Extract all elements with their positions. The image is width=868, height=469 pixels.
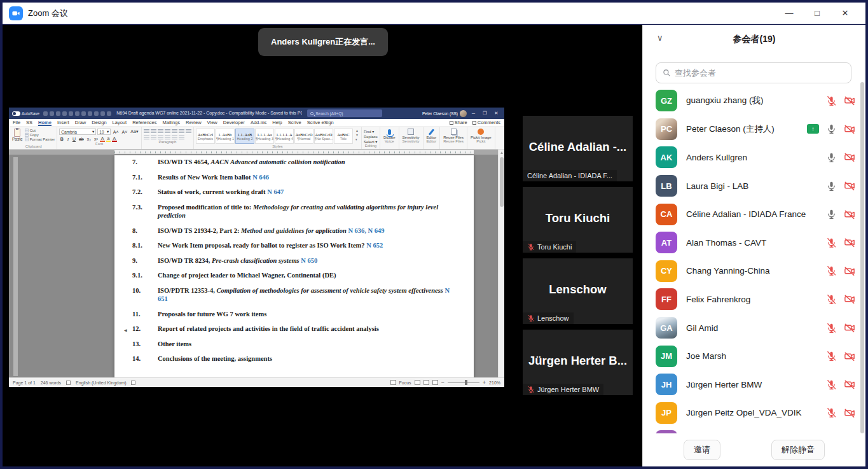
video-off-icon[interactable] <box>844 95 855 106</box>
format-painter-button[interactable]: Format Painter <box>25 137 55 141</box>
print-layout-icon[interactable] <box>424 380 429 385</box>
participants-scrollbar[interactable] <box>860 82 865 433</box>
font-color-button[interactable]: A <box>112 136 117 142</box>
muted-mic-icon[interactable] <box>826 351 837 361</box>
word-tab-review[interactable]: Review <box>186 119 202 126</box>
styles-gallery-arrows[interactable]: ▲▼▾ <box>355 127 359 143</box>
video-thumbnail[interactable]: Céline Adalian -...Céline Adalian - IDIA… <box>523 116 633 181</box>
page-indicator[interactable]: Page 1 of 1 <box>13 381 36 385</box>
word-tab-add-ins[interactable]: Add-ins <box>251 119 266 126</box>
video-off-icon[interactable] <box>844 180 855 192</box>
participant-row[interactable]: JMJoe Marsh <box>643 342 865 370</box>
word-tab-developer[interactable]: Developer <box>223 119 245 126</box>
underline-button[interactable]: U <box>71 137 76 141</box>
video-off-icon[interactable] <box>844 265 855 277</box>
participant-row[interactable]: FFFelix Fahrenkrog <box>643 285 865 314</box>
participant-row[interactable]: ATAlan Thomas - CAVT <box>643 228 865 257</box>
mic-icon[interactable] <box>826 152 837 163</box>
word-tab-design[interactable]: Design <box>92 119 106 126</box>
strikethrough-button[interactable]: ab <box>78 137 85 141</box>
italic-button[interactable]: I <box>65 137 70 142</box>
replace-button[interactable]: Replace <box>364 135 378 139</box>
outline-collapse-marker[interactable]: ◀ <box>124 326 127 335</box>
muted-mic-icon[interactable] <box>527 386 535 393</box>
paste-button[interactable]: Paste <box>12 127 23 141</box>
document-reference-link[interactable]: N 636, N 649 <box>348 227 384 234</box>
pickit-button[interactable]: Pickit Image <box>469 127 493 139</box>
participant-row[interactable]: GZguangxiu zhang (我) <box>643 87 865 115</box>
participant-row[interactable]: AKAnders Kullgren <box>643 143 865 172</box>
word-search-box[interactable]: Search (Alt+Q) <box>307 109 382 117</box>
dictate-button[interactable]: Dictate <box>382 127 397 139</box>
paragraph-tool-icon[interactable] <box>172 135 177 140</box>
video-thumbnail[interactable]: LenschowLenschow <box>523 258 633 324</box>
invite-button[interactable]: 邀请 <box>684 440 720 460</box>
participant-row[interactable]: JPJürgen Peitz Opel_VDA_VDIK <box>643 399 865 428</box>
paragraph-tool-icon[interactable] <box>179 129 184 134</box>
find-button[interactable]: Find ▾ <box>364 129 378 134</box>
participant-row[interactable]: CACéline Adalian - IDIADA France <box>643 200 865 228</box>
muted-mic-icon[interactable] <box>527 243 535 251</box>
minimize-button[interactable]: — <box>775 4 803 23</box>
language-indicator[interactable]: English (United Kingdom) <box>76 381 126 385</box>
paragraph-tool-icon[interactable] <box>165 135 170 140</box>
video-off-icon[interactable] <box>844 379 855 390</box>
word-account-avatar[interactable] <box>460 110 467 117</box>
word-tab-home[interactable]: Home <box>38 119 52 126</box>
style-card[interactable]: 1.1. AaBHeading 2 <box>235 129 254 144</box>
video-off-icon[interactable] <box>844 123 855 135</box>
muted-mic-icon[interactable] <box>826 407 837 418</box>
video-off-icon[interactable] <box>844 237 855 248</box>
video-thumbnail[interactable]: Jürgen Herter B...Jürgen Herter BMW <box>523 330 633 395</box>
subscript-button[interactable]: x₂ <box>86 137 92 141</box>
horizontal-ruler[interactable] <box>9 150 498 155</box>
close-button[interactable]: ✕ <box>831 4 859 23</box>
word-tab-draw[interactable]: Draw <box>75 119 86 126</box>
participant-row[interactable]: JHJürgen Herter BMW <box>643 370 865 399</box>
participant-row[interactable]: LBLaura Bigi - LAB <box>643 172 865 200</box>
grow-font-button[interactable]: A˄ <box>112 130 120 134</box>
style-card[interactable]: AaBbCcIEmphasis <box>196 129 215 144</box>
word-vertical-scrollbar[interactable] <box>498 150 504 377</box>
word-tab-layout[interactable]: Layout <box>113 119 127 126</box>
paragraph-tool-icon[interactable] <box>165 129 170 134</box>
style-card[interactable]: 1.1.1. Aa¶Heading 3 <box>255 129 274 144</box>
word-tab-help[interactable]: Help <box>272 119 282 126</box>
paragraph-tool-icon[interactable] <box>186 129 191 134</box>
word-tab-references[interactable]: References <box>132 119 156 126</box>
word-tab-scrive[interactable]: Scrive <box>288 119 301 126</box>
paragraph-tool-icon[interactable] <box>158 135 163 140</box>
macro-icon[interactable] <box>131 381 135 385</box>
style-card[interactable]: AaBbCTitle <box>334 129 353 144</box>
participant-search-box[interactable] <box>656 62 851 83</box>
paragraph-tool-icon[interactable] <box>158 129 163 134</box>
quick-access-toolbar[interactable] <box>43 111 111 116</box>
change-case-button[interactable]: Aa▾ <box>130 129 139 134</box>
word-restore-button[interactable]: ❐ <box>480 111 490 116</box>
paragraph-tool-icon[interactable] <box>172 129 177 134</box>
muted-mic-icon[interactable] <box>826 95 837 106</box>
word-share-button[interactable]: Share <box>450 120 467 125</box>
maximize-button[interactable]: □ <box>803 4 831 23</box>
video-off-icon[interactable] <box>844 351 855 362</box>
select-button[interactable]: Select ▾ <box>364 139 378 144</box>
participant-row[interactable]: GAGil Amid <box>643 314 865 342</box>
shrink-font-button[interactable]: A˅ <box>121 130 128 134</box>
word-comments-button[interactable]: Comments <box>472 120 500 125</box>
sensitivity-button[interactable]: Sensitivity <box>401 127 421 139</box>
autosave-toggle[interactable]: AutoSave <box>12 111 39 116</box>
paragraph-tool-icon[interactable] <box>151 129 156 134</box>
scrollbar-thumb[interactable] <box>500 157 504 207</box>
zoom-in-button[interactable]: + <box>483 380 486 385</box>
video-off-icon[interactable] <box>844 322 855 333</box>
mic-icon[interactable] <box>826 209 837 220</box>
paragraph-tool-icon[interactable] <box>144 129 149 134</box>
cut-button[interactable]: Cut <box>25 129 55 132</box>
paragraph-tool-icon[interactable] <box>179 135 184 140</box>
vertical-ruler[interactable] <box>13 157 18 376</box>
muted-mic-icon[interactable] <box>826 265 837 276</box>
document-reference-link[interactable]: N 650 <box>301 257 317 264</box>
style-card[interactable]: AaBbCcD¶No Spac... <box>314 129 333 144</box>
mic-icon[interactable] <box>826 181 837 192</box>
word-close-button[interactable]: ✕ <box>492 111 501 116</box>
